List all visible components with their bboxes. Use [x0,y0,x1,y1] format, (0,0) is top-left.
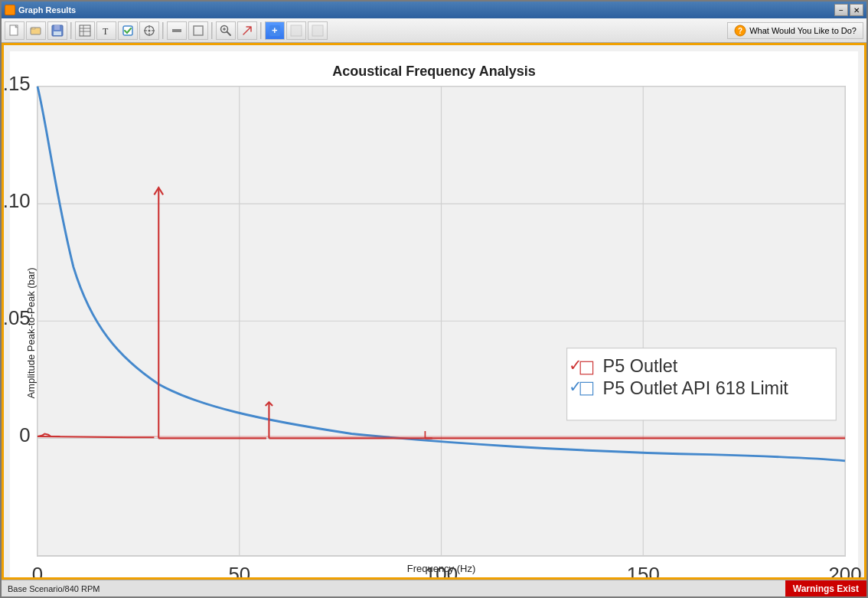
warning-label: Warnings Exist [793,583,859,594]
svg-text:✓: ✓ [569,356,582,374]
toolbar-sep-2 [162,22,164,39]
toolbar: T + [2,18,866,43]
svg-text:P5 Outlet API 618 Limit: P5 Outlet API 618 Limit [603,378,789,398]
help-button[interactable]: ? What Would You Like to Do? [727,22,863,39]
chart-area: Acoustical Frequency Analysis Amplitude … [10,51,858,580]
help-label: What Would You Like to Do? [749,26,857,35]
minimize-button[interactable]: − [834,4,848,16]
svg-text:100: 100 [425,563,458,580]
svg-line-20 [227,31,231,35]
svg-text:?: ? [738,27,742,35]
svg-text:✓: ✓ [569,377,582,395]
toolbar-add-graph-button[interactable]: + [265,21,285,40]
help-icon: ? [734,25,746,37]
toolbar-crosshair-button[interactable] [139,21,159,40]
svg-text:0: 0 [32,563,43,580]
svg-text:P5 Outlet: P5 Outlet [603,356,678,376]
app-icon [5,5,15,15]
toolbar-check-button[interactable] [118,21,138,40]
chart-inner: 0.15 0.10 0.05 0 0 50 100 150 200 [37,86,846,580]
title-bar-left: Graph Results [5,5,76,15]
svg-rect-4 [54,31,61,35]
svg-text:T: T [103,26,109,37]
status-bar: Base Scenario/840 RPM Warnings Exist [2,580,866,596]
toolbar-sep-1 [70,22,72,39]
svg-point-16 [148,29,151,31]
svg-rect-17 [172,29,181,32]
chart-plot[interactable]: 0.15 0.10 0.05 0 0 50 100 150 200 [37,86,846,557]
svg-rect-25 [291,25,302,36]
status-scenario: Base Scenario/840 RPM [2,584,106,593]
toolbar-sep-3 [211,22,213,39]
svg-rect-18 [194,26,203,35]
main-content: Acoustical Frequency Analysis Amplitude … [2,43,866,580]
main-window: Graph Results − ✕ T [0,0,868,598]
svg-text:0: 0 [19,424,30,446]
toolbar-open-button[interactable] [26,21,46,40]
warning-status: Warnings Exist [785,580,866,596]
toolbar-table-button[interactable] [75,21,95,40]
chart-container: Amplitude Peak-to-Peak (bar) [10,86,858,580]
window-title: Graph Results [18,5,76,15]
svg-text:50: 50 [228,563,250,580]
toolbar-btn1[interactable] [286,21,306,40]
svg-text:0.15: 0.15 [2,73,31,94]
y-axis-label: Amplitude Peak-to-Peak (bar) [22,86,37,580]
toolbar-new-button[interactable] [5,21,24,40]
title-bar-controls: − ✕ [834,4,863,16]
svg-text:0.10: 0.10 [2,190,31,211]
toolbar-btn2[interactable] [308,21,328,40]
chart-title: Acoustical Frequency Analysis [10,51,858,86]
toolbar-sep-4 [260,22,262,39]
svg-text:200: 200 [828,563,861,580]
toolbar-box-button[interactable] [188,21,208,40]
svg-rect-26 [312,25,323,36]
chart-svg: 0.15 0.10 0.05 0 0 50 100 150 200 [38,87,845,556]
toolbar-arrow-button[interactable] [237,21,257,40]
toolbar-bar-button[interactable] [167,21,187,40]
toolbar-save-button[interactable] [47,21,67,40]
svg-rect-3 [54,25,60,30]
svg-text:+: + [272,25,278,36]
close-button[interactable]: ✕ [850,4,863,16]
toolbar-text-button[interactable]: T [96,21,116,40]
svg-rect-5 [80,25,90,36]
toolbar-zoom-button[interactable] [216,21,236,40]
svg-text:0.05: 0.05 [2,307,31,328]
title-bar: Graph Results − ✕ [2,2,866,18]
svg-text:150: 150 [627,563,660,580]
